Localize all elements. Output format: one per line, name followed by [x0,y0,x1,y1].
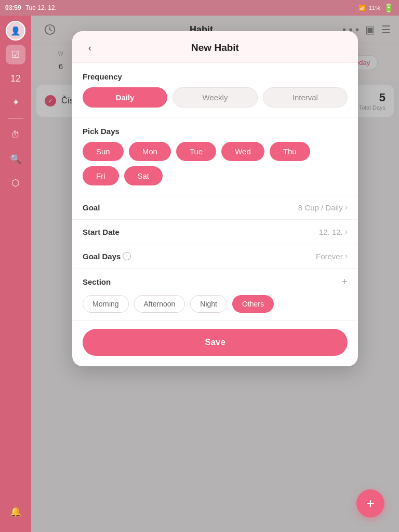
goal-days-row[interactable]: Goal Days i Forever › [72,244,358,269]
section-add-button[interactable]: + [341,276,348,288]
sidebar-item-search[interactable]: 🔍 [6,149,25,169]
goal-row[interactable]: Goal 8 Cup / Daily › [72,195,358,220]
sidebar-item-notifications[interactable]: 🔔 [6,502,25,522]
section-row-header: Section + [83,276,348,288]
goal-days-info-icon: i [123,252,131,260]
chip-night[interactable]: Night [190,295,227,313]
modal-overlay: ‹ New Habit Frequency Daily Weekly Inter… [31,16,399,532]
chip-others[interactable]: Others [232,295,274,313]
start-date-label: Start Date [83,228,119,236]
status-bar: 03:59 Tue 12. 12. 📶 11% 🔋 [0,0,399,16]
avatar[interactable]: 👤 [6,21,25,41]
start-date-chevron: › [345,227,348,236]
day-mon[interactable]: Mon [129,142,171,161]
frequency-interval-button[interactable]: Interval [263,87,348,108]
sidebar-item-badge[interactable]: ⬡ [6,173,25,193]
frequency-label: Frequency [83,72,348,81]
status-right-icons: 📶 11% 🔋 [358,3,394,13]
frequency-weekly-button[interactable]: Weekly [172,87,257,108]
day-tue[interactable]: Tue [176,142,216,161]
goal-label: Goal [83,203,100,212]
day-sat[interactable]: Sat [124,166,163,185]
start-date-value-text: 12. 12. [319,228,343,236]
goal-chevron: › [345,203,348,212]
save-button[interactable]: Save [83,329,348,356]
frequency-daily-button[interactable]: Daily [83,87,167,108]
section-row-label: Section [83,277,111,286]
sidebar: 👤 ☑ 12 ✦ ⏱ 🔍 ⬡ 🔔 [0,16,31,532]
status-date: Tue 12. 12. [25,4,57,11]
sidebar-item-timer[interactable]: ⏱ [6,125,25,145]
modal-title: New Habit [97,42,333,54]
goal-days-label: Goal Days [83,252,121,261]
goal-days-value: Forever › [316,251,348,261]
day-wed[interactable]: Wed [221,142,264,161]
fab-button[interactable]: + [356,489,384,517]
day-thu[interactable]: Thu [270,142,310,161]
sidebar-item-checklist[interactable]: ☑ [6,45,25,64]
start-date-row[interactable]: Start Date 12. 12. › [72,220,358,244]
section-row: Section + Morning Afternoon Night Others [72,269,358,321]
section-chips: Morning Afternoon Night Others [83,295,348,313]
goal-days-value-text: Forever [316,252,343,261]
chip-afternoon[interactable]: Afternoon [134,295,185,313]
save-button-wrap: Save [72,321,358,366]
modal-header: ‹ New Habit [72,31,358,63]
sidebar-item-apps[interactable]: ✦ [6,92,25,112]
start-date-value: 12. 12. › [319,227,348,236]
battery-icon: 🔋 [383,3,394,13]
goal-days-chevron: › [345,251,348,261]
sidebar-divider [8,118,23,119]
goal-value: 8 Cup / Daily › [298,203,348,212]
day-sun[interactable]: Sun [83,142,124,161]
days-grid: Sun Mon Tue Wed Thu Fri Sat [83,142,348,185]
wifi-icon: 📶 [358,5,366,11]
sidebar-item-calendar[interactable]: 12 [6,69,25,88]
modal-back-button[interactable]: ‹ [83,41,97,55]
battery-indicator: 11% [369,5,380,11]
chip-morning[interactable]: Morning [83,295,129,313]
frequency-section: Frequency Daily Weekly Interval [72,63,358,117]
day-fri[interactable]: Fri [83,166,119,185]
sidebar-bottom: 🔔 [6,502,25,522]
new-habit-modal: ‹ New Habit Frequency Daily Weekly Inter… [72,31,358,366]
status-time: 03:59 [5,4,21,11]
goal-value-text: 8 Cup / Daily [298,203,343,212]
pick-days-label: Pick Days [83,127,348,136]
frequency-buttons: Daily Weekly Interval [83,87,348,108]
main-area: Habit • • • ▣ ☰ W 6 T 7 F 8 S 9 [31,16,399,532]
pick-days-section: Pick Days Sun Mon Tue Wed Thu Fri Sat [72,117,358,195]
